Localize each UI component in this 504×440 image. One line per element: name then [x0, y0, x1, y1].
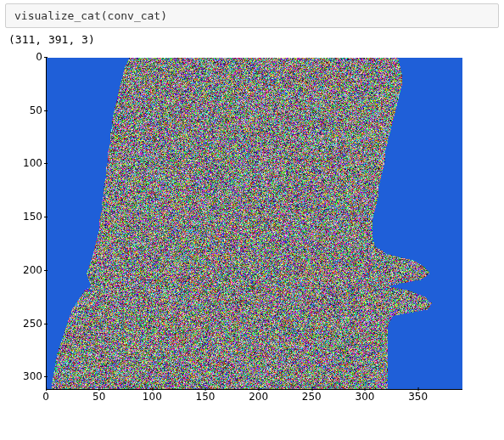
y-tick-label: 200: [5, 264, 42, 276]
y-tick-label: 300: [5, 370, 42, 382]
x-tick-label: 150: [196, 391, 216, 403]
x-tick-label: 100: [143, 391, 162, 403]
x-tick-label: 350: [408, 391, 428, 403]
x-tick-label: 50: [92, 391, 105, 403]
stdout-output: (311, 391, 3): [8, 33, 499, 46]
x-tick-label: 300: [356, 391, 375, 403]
y-tick-label: 50: [5, 104, 42, 116]
x-tick-label: 250: [302, 391, 322, 403]
x-tick-label: 0: [42, 391, 49, 403]
y-tick-label: 0: [5, 51, 42, 63]
plot-axes: [46, 58, 462, 390]
y-tick-label: 150: [5, 211, 42, 223]
y-tick-label: 250: [5, 318, 42, 330]
code-text: visualize_cat(conv_cat): [14, 9, 167, 22]
code-input-cell[interactable]: visualize_cat(conv_cat): [5, 3, 499, 28]
x-tick-label: 200: [249, 391, 268, 403]
image-heatmap: [47, 58, 462, 389]
shape-tuple: (311, 391, 3): [8, 33, 95, 46]
matplotlib-figure: 050100150200250300050100150200250300350: [5, 51, 489, 425]
y-tick-label: 100: [5, 157, 42, 169]
